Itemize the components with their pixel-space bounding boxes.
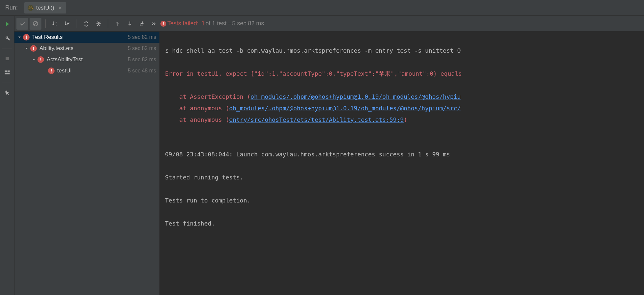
show-passed-icon[interactable] <box>16 18 28 30</box>
chevron-down-icon <box>17 35 22 40</box>
test-tree[interactable]: !Test Results5 sec 82 ms!Ability.test.et… <box>14 32 160 295</box>
error-icon: ! <box>48 67 55 74</box>
svg-rect-11 <box>67 23 69 24</box>
summary-time: 5 sec 82 ms <box>232 20 264 27</box>
toolbar-separator <box>45 19 46 28</box>
console-line: Test finished. <box>165 218 644 229</box>
error-icon: ! <box>160 20 167 27</box>
svg-rect-3 <box>5 70 7 72</box>
tab-title: testUi() <box>36 5 54 11</box>
tree-label: Ability.test.ets <box>39 45 74 52</box>
tree-label: testUi <box>57 67 71 74</box>
chevron-down-icon <box>24 46 29 51</box>
error-icon: ! <box>30 45 37 52</box>
tree-row[interactable]: !testUi5 sec 48 ms <box>14 65 159 76</box>
show-ignored-icon[interactable] <box>30 18 41 30</box>
summary-of: of 1 test – <box>205 20 231 27</box>
gutter-divider-2 <box>2 83 12 83</box>
console-blank <box>165 125 644 137</box>
console-blank <box>165 56 644 68</box>
tree-row[interactable]: !Test Results5 sec 82 ms <box>14 32 159 43</box>
svg-rect-10 <box>67 22 70 22</box>
stack-link[interactable]: entry/src/ohosTest/ets/test/Ability.test… <box>229 116 404 123</box>
import-results-icon[interactable] <box>136 18 148 30</box>
run-config-tab[interactable]: JS testUi() ✕ <box>24 2 66 13</box>
close-icon[interactable]: ✕ <box>58 5 62 11</box>
svg-rect-4 <box>7 70 10 72</box>
layout-icon[interactable] <box>4 69 11 76</box>
console-blank <box>165 160 644 172</box>
console-line: Tests run to completion. <box>165 195 644 206</box>
summary-failed-count: 1 <box>202 20 205 27</box>
stop-icon[interactable] <box>4 55 11 62</box>
svg-text:JS: JS <box>29 6 33 10</box>
svg-rect-5 <box>5 73 10 74</box>
console-blank <box>165 206 644 218</box>
pin-icon[interactable] <box>4 90 11 97</box>
js-icon: JS <box>27 4 34 12</box>
next-fail-icon[interactable] <box>124 18 136 30</box>
error-icon: ! <box>23 34 30 40</box>
run-label: Run: <box>2 4 24 11</box>
tree-row[interactable]: !ActsAbilityTest5 sec 82 ms <box>14 54 159 65</box>
tree-time: 5 sec 48 ms <box>128 68 156 74</box>
console-error-line: Error in testUi, expect {"id":1,"account… <box>165 68 644 79</box>
tree-time: 5 sec 82 ms <box>128 57 156 63</box>
more-icon[interactable] <box>149 18 157 30</box>
console-stack-line: at AssertException (oh_modules/.ohpm/@oh… <box>165 91 644 102</box>
console-blank <box>165 229 644 241</box>
collapse-all-icon[interactable] <box>93 18 105 30</box>
console-blank <box>165 183 644 195</box>
sort-duration-icon[interactable] <box>61 18 73 30</box>
test-summary: ! Tests failed: 1 of 1 test – 5 sec 82 m… <box>160 20 264 27</box>
toolbar-separator-3 <box>108 19 108 28</box>
summary-prefix: Tests failed: <box>167 20 199 27</box>
svg-rect-2 <box>6 57 9 60</box>
main-area: az <box>0 16 644 295</box>
tree-label: Test Results <box>32 34 63 40</box>
right-area: az <box>14 16 644 295</box>
chevron-down-icon <box>32 57 36 62</box>
svg-rect-12 <box>67 24 68 25</box>
top-bar: Run: JS testUi() ✕ <box>0 0 644 16</box>
sort-alpha-icon[interactable]: az <box>49 18 61 30</box>
console-blank <box>165 79 644 91</box>
console-stack-line: at anonymous (oh_modules/.ohpm/@ohos+hyp… <box>165 102 644 114</box>
tree-row[interactable]: !Ability.test.ets5 sec 82 ms <box>14 43 159 54</box>
svg-text:z: z <box>56 23 57 26</box>
console-stack-line: at anonymous (entry/src/ohosTest/ets/tes… <box>165 114 644 125</box>
tree-time: 5 sec 82 ms <box>128 45 156 51</box>
body-row: !Test Results5 sec 82 ms!Ability.test.et… <box>14 32 644 295</box>
left-gutter <box>0 16 14 295</box>
stack-link[interactable]: oh_modules/.ohpm/@ohos+hypium@1.0.19/oh_… <box>229 105 461 112</box>
console-line: Started running tests. <box>165 172 644 183</box>
error-icon: ! <box>37 56 44 63</box>
tree-time: 5 sec 82 ms <box>128 34 156 40</box>
svg-line-7 <box>34 22 37 25</box>
stack-link[interactable]: oh_modules/.ohpm/@ohos+hypium@1.0.19/oh_… <box>250 93 461 100</box>
console-output[interactable]: $ hdc shell aa test -b com.waylau.hmos.a… <box>160 32 644 295</box>
toolbar-separator-2 <box>77 19 77 28</box>
gutter-divider <box>2 48 12 48</box>
wrench-icon[interactable] <box>4 34 11 41</box>
console-line: $ hdc shell aa test -b com.waylau.hmos.a… <box>165 45 644 56</box>
prev-fail-icon[interactable] <box>111 18 123 30</box>
tree-label: ActsAbilityTest <box>47 56 83 63</box>
console-line: 09/08 23:43:08:044: Launch com.waylau.hm… <box>165 148 644 160</box>
results-toolbar: az <box>14 16 644 32</box>
console-blank <box>165 137 644 148</box>
expand-all-icon[interactable] <box>80 18 92 30</box>
run-icon[interactable] <box>4 20 11 28</box>
